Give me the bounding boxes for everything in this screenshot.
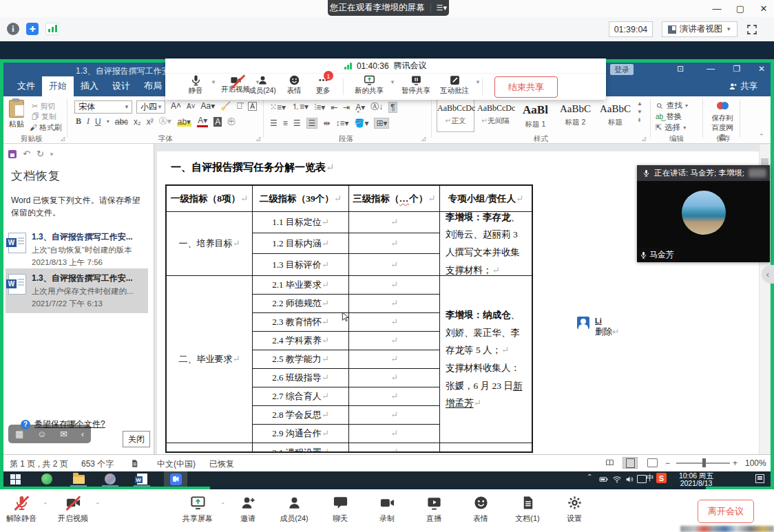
battery-icon[interactable]	[596, 473, 610, 485]
share-screen-button[interactable]: 共享屏幕	[175, 495, 220, 524]
pause-share-button[interactable]: 暂停共享	[397, 74, 435, 96]
wifi-icon[interactable]	[610, 473, 624, 485]
paragraph-tools-row1[interactable]: ⁙≡▾⒈≡▾ ⫶≡▾⇤ ⇥A͓▾ Ⓐ↓¶	[270, 101, 397, 113]
video-options-caret[interactable]: ⌃	[95, 502, 101, 509]
page-indicator[interactable]: 第 1 页 , 共 2 页	[10, 458, 68, 470]
font-dialog-launcher[interactable]: ◿	[256, 136, 260, 142]
docs-button[interactable]: 文档(1)	[505, 495, 550, 524]
float-members-button[interactable]: 成员(24)	[245, 74, 280, 96]
style-no-spacing[interactable]: AaBbCcDc↵无间隔	[477, 98, 514, 132]
close-button[interactable]: ✕	[756, 2, 771, 15]
copy-button[interactable]: 🗍 复制	[32, 111, 56, 122]
unmute-button[interactable]: 解除静音	[0, 495, 44, 524]
view-mode-dropdown[interactable]: 演讲者视图 ▼	[662, 21, 738, 37]
style-title[interactable]: AaBbC标题	[596, 98, 634, 132]
font-tools-row2[interactable]: B I U▾ abc x₂ x² Ⓐ▾ ab▾ A▾ A ㊥	[76, 116, 236, 127]
zoom-level[interactable]: 100%	[745, 458, 766, 468]
tab-home[interactable]: 开始	[42, 76, 74, 96]
save-help-tooltip[interactable]: ? 希望保存哪个文件?	[21, 418, 105, 430]
styles-scroll-buttons[interactable]: ▲▼⇟	[637, 100, 642, 125]
record-button[interactable]: 录制	[364, 495, 410, 524]
minimize-button[interactable]: —	[709, 2, 724, 15]
clipboard-dialog-launcher[interactable]: ◿	[61, 136, 65, 142]
tab-design[interactable]: 设计	[105, 76, 137, 96]
language-indicator[interactable]: 中文(中国)	[157, 458, 196, 470]
emoji-icon[interactable]: ☺	[37, 429, 46, 439]
read-mode-icon[interactable]	[602, 457, 617, 469]
word-restore-button[interactable]: ❐	[731, 64, 742, 74]
taskbar-meeting-icon[interactable]	[169, 473, 182, 485]
paragraph-tools-row2[interactable]: ☰≡ ☰☰ ⇹↕≡▾ 🪣▾⊞▾	[270, 118, 389, 129]
leave-meeting-button[interactable]: 离开会议	[698, 500, 754, 523]
paste-button[interactable]: 粘贴	[7, 100, 26, 123]
recovery-close-button[interactable]: 关闭	[123, 431, 150, 447]
tab-layout[interactable]: 布局	[137, 76, 169, 96]
taskbar-wechat-icon[interactable]	[103, 473, 117, 485]
word-count[interactable]: 653 个字	[81, 458, 114, 470]
replace-button[interactable]: ab͜替换	[656, 111, 682, 122]
annotate-caret[interactable]: ▼	[475, 79, 481, 85]
invite-button[interactable]: 邀请	[225, 495, 271, 524]
end-share-button[interactable]: 结束共享	[494, 76, 558, 98]
tray-expand-icon[interactable]: ⌃	[587, 473, 592, 480]
settings-button[interactable]: 设置	[552, 495, 597, 524]
tab-file[interactable]: 文件	[10, 76, 42, 96]
taskbar-clock[interactable]: 10:06 周五 2021/8/13	[671, 472, 721, 487]
float-emoji-button[interactable]: 表情	[280, 74, 308, 96]
new-share-button[interactable]: 新的共享	[350, 74, 388, 96]
web-layout-icon[interactable]	[645, 457, 660, 469]
annotate-button[interactable]: 互动批注	[435, 74, 474, 96]
word-login-button[interactable]: 登录	[610, 64, 634, 75]
volume-icon[interactable]	[623, 473, 636, 485]
recovered-file-item-selected[interactable]: 1.3、自评报告撰写工作安... 上次用户保存文件时创建的... 2021/7/…	[6, 268, 148, 313]
sogou-ime-icon[interactable]: S	[656, 473, 667, 483]
grid-icon[interactable]: ▦	[15, 429, 23, 439]
paragraph-dialog-launcher[interactable]: ◿	[421, 136, 426, 142]
info-icon[interactable]: i	[7, 23, 19, 35]
tab-insert[interactable]: 插入	[74, 76, 105, 96]
chat-button[interactable]: 聊天	[317, 495, 363, 524]
recovered-file-item[interactable]: 1.3、自评报告撰写工作安... 上次“自动恢复”时创建的版本 2021/8/1…	[6, 227, 148, 272]
start-button[interactable]	[8, 473, 22, 485]
style-normal[interactable]: AaBbCcDc↵正文	[437, 98, 474, 132]
zoom-out-button[interactable]: −	[665, 458, 670, 468]
word-share-button[interactable]: 共享	[729, 81, 757, 92]
select-button[interactable]: ⇱选择▾	[656, 123, 686, 133]
start-video-button[interactable]: 开启视频	[50, 495, 96, 524]
network-signal-icon[interactable]	[45, 23, 59, 35]
style-heading2[interactable]: AaBbC标题 2	[556, 98, 594, 132]
ime-indicator[interactable]: 中	[646, 473, 654, 483]
styles-dialog-launcher[interactable]: ◿	[642, 136, 646, 142]
print-layout-icon[interactable]	[623, 457, 638, 469]
live-button[interactable]: 直播	[411, 495, 457, 524]
zoom-in-button[interactable]: +	[733, 458, 738, 468]
find-button[interactable]: 查找▾	[656, 100, 688, 111]
new-share-caret[interactable]: ▼	[390, 79, 395, 85]
font-family-select[interactable]: 宋体▼	[74, 100, 132, 114]
banner-menu-icon[interactable]: ☰▾	[437, 3, 447, 12]
font-tools-row1[interactable]: A˄A˅ Aa▾🧹 文̈A	[171, 101, 257, 111]
cut-button[interactable]: ✂ 剪切	[32, 101, 55, 111]
video-feed[interactable]: 马金芳	[637, 181, 770, 262]
qat-more-icon[interactable]: ▾	[50, 151, 54, 158]
collapse-ribbon-button[interactable]: ⌃	[759, 133, 764, 140]
ribbon-display-icon[interactable]: ⊡	[675, 64, 686, 74]
chevron-left-icon[interactable]: ‹	[81, 429, 84, 439]
float-mic-caret[interactable]: ▼	[211, 79, 216, 85]
quick-access-toolbar[interactable]: ↶ ↻ ▾	[8, 149, 53, 159]
video-thumbnail-panel[interactable]: 正在讲话: 马金芳; 李增垠; 马金芳	[637, 165, 770, 262]
proofing-icon[interactable]	[127, 458, 142, 469]
style-heading1[interactable]: AaBl标题 1	[516, 98, 554, 132]
mic-options-caret[interactable]: ⌃	[43, 502, 48, 509]
members-button[interactable]: 成员(24)	[271, 495, 317, 524]
taskbar-word-icon[interactable]	[135, 473, 149, 485]
word-minimize-button[interactable]: —	[705, 64, 716, 74]
action-center-icon[interactable]	[755, 474, 764, 483]
taskbar-explorer-icon[interactable]	[72, 473, 85, 485]
emoji-button[interactable]: 表情	[458, 495, 503, 524]
shield-icon[interactable]: ✚	[26, 23, 39, 35]
recovered-state[interactable]: 已恢复	[209, 458, 234, 470]
font-size-select[interactable]: 小四▼	[136, 100, 165, 114]
revision-callout[interactable]: Li 删除↵	[577, 317, 619, 338]
undo-icon[interactable]: ↶	[23, 149, 30, 159]
